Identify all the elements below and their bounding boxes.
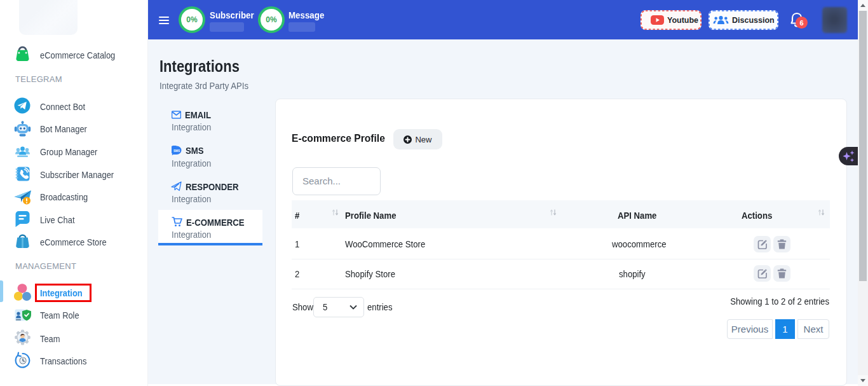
svg-text:SMS: SMS xyxy=(173,149,180,153)
